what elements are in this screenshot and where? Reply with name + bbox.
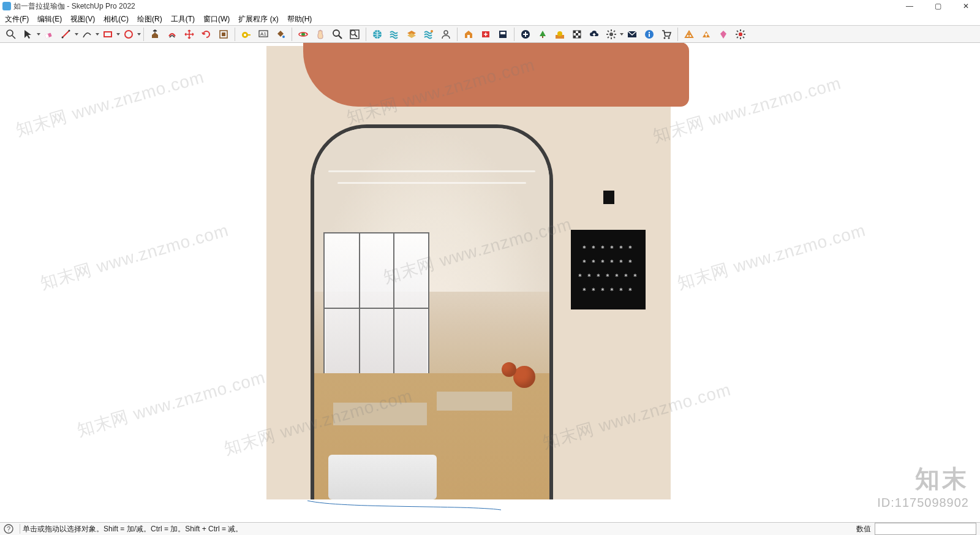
model-canvas[interactable]: ＊＊＊＊＊＊＊＊＊＊＊＊＊＊＊＊＊＊＊＊＊＊＊＊＊ 知末网 www.znzmo.… [0,43,980,525]
extension-warehouse-icon [480,29,491,40]
model-awning [303,43,689,107]
dropdown-caret-icon[interactable] [620,27,624,42]
pan-button[interactable] [312,26,328,42]
dropdown-caret-icon[interactable] [116,27,120,42]
gear-icon [606,29,617,40]
dropdown-caret-icon[interactable] [137,27,141,42]
layers-button[interactable] [404,26,420,42]
model-ground-edge [306,499,502,511]
menu-item[interactable]: 窗口(W) [200,13,233,25]
model-cove-light [328,170,535,172]
select-button[interactable] [20,26,36,42]
dropdown-caret-icon[interactable] [37,27,40,42]
pan-icon [315,29,326,40]
user-button[interactable] [438,26,454,42]
sign-line: ＊＊＊＊＊＊ [581,286,636,296]
measurement-input[interactable] [875,523,976,535]
text-button[interactable] [255,26,271,42]
gear-red-button[interactable] [733,26,748,42]
tape-measure-button[interactable] [238,26,254,42]
dropdown-caret-icon[interactable] [96,27,99,42]
waves2-button[interactable] [421,26,437,42]
info-icon [644,29,655,40]
menu-item[interactable]: 编辑(E) [34,13,66,25]
line-button[interactable] [58,26,74,42]
warehouse-button[interactable] [461,26,477,42]
plus-circle-icon [520,29,531,40]
rotate-button[interactable] [198,26,214,42]
scale-icon [218,29,229,40]
sun-button[interactable] [552,26,568,42]
checker-button[interactable] [569,26,585,42]
model-window [323,232,429,383]
model-exercise-ball [513,366,535,388]
line-icon [61,29,72,40]
model-storefront: ＊＊＊＊＊＊＊＊＊＊＊＊＊＊＊＊＊＊＊＊＊＊＊＊＊ [266,46,671,499]
circle-button[interactable] [121,26,137,42]
cart-button[interactable] [658,26,674,42]
model-pilates-reformer [437,392,512,410]
paint-bucket-button[interactable] [273,26,288,42]
menu-item[interactable]: 工具(T) [167,13,198,25]
tree-icon [537,29,548,40]
app-icon [2,2,11,10]
toolbar-group [517,26,675,42]
status-hint: 单击或拖动以选择对象。Shift = 加/减。Ctrl = 加。Shift + … [23,524,243,534]
export-orange2-button[interactable] [698,26,714,42]
arc-icon [81,29,92,40]
close-button[interactable]: ✕ [952,0,980,12]
toolbar-group [2,26,141,42]
pushpull-button[interactable] [147,26,163,42]
pushpull-icon [149,29,160,40]
rectangle-icon [102,29,113,40]
diamond-pink-button[interactable] [715,26,731,42]
scale-button[interactable] [216,26,232,42]
toolbar-separator [235,28,235,41]
sun-icon [554,29,565,40]
minimize-button[interactable]: — [895,0,924,12]
measurement-label: 数值 [856,524,871,534]
extension-warehouse-button[interactable] [478,26,494,42]
cloud-up-button[interactable] [586,26,602,42]
checker-icon [571,29,582,40]
maximize-button[interactable]: ▢ [924,0,952,12]
text-icon [258,29,269,40]
send-to-layout-button[interactable] [495,26,511,42]
waves2-icon [423,29,434,40]
window-title: 如一普拉提瑜伽 - SketchUp Pro 2022 [13,1,135,12]
search-button[interactable] [3,26,19,42]
offset-icon [167,29,178,40]
toolbar-group [460,26,511,42]
waves-button[interactable] [386,26,402,42]
arc-button[interactable] [79,26,95,42]
model-door-frame [311,124,553,499]
plus-circle-button[interactable] [518,26,533,42]
orbit-button[interactable] [295,26,311,42]
menu-item[interactable]: 相机(C) [100,13,132,25]
tape-measure-icon [241,29,252,40]
rectangle-button[interactable] [100,26,116,42]
orbit-icon [298,29,309,40]
menu-item[interactable]: 绘图(R) [134,13,166,25]
menu-item[interactable]: 视图(V) [67,13,99,25]
info-button[interactable] [641,26,657,42]
globe-button[interactable] [369,26,385,42]
tree-button[interactable] [535,26,551,42]
menu-item[interactable]: 帮助(H) [284,13,316,25]
menu-item[interactable]: 扩展程序 (x) [235,13,282,25]
toolbar-separator [292,28,292,41]
zoom-extents-button[interactable] [347,26,363,42]
gear-button[interactable] [603,26,619,42]
eraser-button[interactable] [41,26,57,42]
offset-button[interactable] [164,26,180,42]
zoom-button[interactable] [330,26,345,42]
mail-button[interactable] [624,26,640,42]
export-orange-button[interactable] [681,26,697,42]
menu-item[interactable]: 文件(F) [1,13,32,25]
help-icon[interactable]: ? [2,523,15,535]
move-button[interactable] [181,26,197,42]
move-icon [184,29,195,40]
toolbar-group [369,26,454,42]
viewport[interactable]: 瑜伽 [0,43,980,525]
dropdown-caret-icon[interactable] [75,27,78,42]
